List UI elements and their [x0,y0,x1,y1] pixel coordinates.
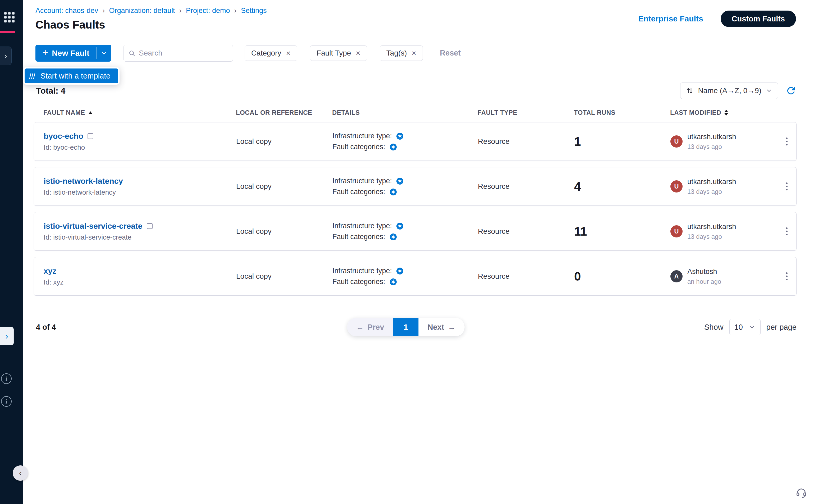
breadcrumb-organization[interactable]: Organization: default [109,7,175,15]
chip-category-label: Category [251,49,281,57]
new-fault-split-button: + New Fault [35,45,111,62]
header-actions: Enterprise Faults Custom Faults [638,11,796,27]
per-page-suffix: per page [766,323,797,332]
row-menu-button[interactable] [783,225,790,238]
fault-name-cell: istio-network-latency Id: istio-network-… [44,177,236,196]
custom-faults-button[interactable]: Custom Faults [721,11,796,27]
infrastructure-type-label: Infrastructure type: [332,132,392,140]
table-header-row: FAULT NAME LOCAL OR REFERENCE DETAILS FA… [34,109,797,116]
chevron-right-icon: › [4,51,7,61]
infrastructure-type-label: Infrastructure type: [332,177,392,185]
start-with-template-label: Start with a template [40,72,110,80]
fault-name-cell: xyz Id: xyz [44,267,236,286]
avatar: U [670,135,683,148]
chip-category[interactable]: Category × [245,45,297,61]
refresh-button[interactable] [785,85,797,96]
row-menu-button[interactable] [783,135,790,148]
column-header-fault-name[interactable]: FAULT NAME [43,109,236,116]
last-modified-cell: U utkarsh.utkarsh 13 days ago [670,178,777,195]
avatar: U [670,180,683,193]
next-page-button[interactable]: Next → [419,318,465,336]
enterprise-faults-link[interactable]: Enterprise Faults [638,14,703,23]
infrastructure-type-label: Infrastructure type: [332,267,392,275]
local-or-reference-value: Local copy [236,137,332,146]
sort-ascending-icon [88,111,93,114]
fault-category-icon [390,188,397,196]
fault-name-link[interactable]: byoc-echo [44,132,83,141]
chevron-down-icon [749,324,756,331]
new-fault-button[interactable]: + New Fault [35,45,96,62]
local-or-reference-value: Local copy [236,272,332,281]
faults-content: Total: 4 Name (A→Z, 0→9) FAULT NAME LOCA… [23,69,814,335]
search-input[interactable] [139,49,228,57]
row-menu-button[interactable] [783,270,790,283]
chip-fault-type[interactable]: Fault Type × [310,45,367,61]
breadcrumb-account[interactable]: Account: chaos-dev [35,7,98,15]
column-label: DETAILS [332,109,360,116]
infrastructure-type-label: Infrastructure type: [332,222,392,230]
sort-dropdown[interactable]: Name (A→Z, 0→9) [680,83,778,99]
total-count: Total: 4 [34,86,65,96]
new-fault-dropdown-button[interactable] [97,45,111,62]
template-icon [28,72,36,80]
fault-badge-icon [147,223,153,229]
column-header-total-runs: TOTAL RUNS [574,109,670,116]
next-label: Next [428,323,444,332]
pagination: 4 of 4 ← Prev 1 Next → Show 10 per page [34,319,797,335]
module-switcher-icon[interactable] [4,12,15,22]
close-icon[interactable]: × [286,49,291,57]
local-or-reference-value: Local copy [236,227,332,236]
column-label: LOCAL OR REFERENCE [236,109,312,116]
table-row: xyz Id: xyz Local copy Infrastructure ty… [34,257,797,296]
reset-filters-button[interactable]: Reset [440,49,461,57]
modified-time: an hour ago [687,278,721,285]
fault-type-value: Resource [478,182,574,191]
close-icon[interactable]: × [356,49,360,57]
fault-name-link[interactable]: istio-virtual-service-create [44,222,143,231]
close-icon[interactable]: × [412,49,417,57]
kubernetes-icon [396,222,404,230]
breadcrumb-project[interactable]: Project: demo [186,7,230,15]
column-label: FAULT TYPE [478,109,517,116]
last-modified-cell: U utkarsh.utkarsh 13 days ago [670,223,777,240]
main-area: Account: chaos-dev › Organization: defau… [23,0,814,335]
fault-id: Id: istio-network-latency [44,188,236,196]
sidebar-collapse-handle[interactable]: ‹ [13,465,28,481]
per-page-value: 10 [734,323,743,332]
total-runs-value: 1 [574,134,670,149]
last-modified-cell: U utkarsh.utkarsh 13 days ago [670,133,777,150]
sort-both-icon [724,110,728,116]
breadcrumb-settings[interactable]: Settings [241,7,267,15]
start-with-template-menu-item[interactable]: Start with a template [25,68,118,83]
per-page-controls: Show 10 per page [704,319,797,335]
filter-chips: Category × Fault Type × Tag(s) × [245,45,423,61]
sidebar-expand-bottom-button[interactable]: › [0,327,14,345]
prev-label: Prev [368,323,384,332]
page-info: 4 of 4 [34,323,56,332]
chip-tags-label: Tag(s) [386,49,407,57]
search-box [124,45,233,62]
kubernetes-icon [396,267,404,275]
column-label: TOTAL RUNS [574,109,615,116]
fault-category-icon [390,143,397,151]
fault-name-link[interactable]: xyz [44,267,56,276]
support-button[interactable] [795,487,807,499]
per-page-select[interactable]: 10 [729,319,761,335]
fault-name-cell: istio-virtual-service-create Id: istio-v… [44,222,236,241]
prev-page-button[interactable]: ← Prev [347,318,393,336]
avatar: U [670,225,683,237]
modified-by-user: utkarsh.utkarsh [687,178,736,186]
help-icon[interactable]: i [1,396,12,407]
fault-type-value: Resource [478,272,574,281]
column-header-last-modified[interactable]: LAST MODIFIED [670,109,778,116]
table-row: byoc-echo Id: byoc-echo Local copy Infra… [34,122,797,161]
chip-tags[interactable]: Tag(s) × [380,45,423,61]
row-menu-button[interactable] [783,180,790,193]
total-runs-value: 0 [574,269,670,283]
fault-name-link[interactable]: istio-network-latency [44,177,123,186]
fault-id: Id: xyz [44,278,236,286]
current-page-button[interactable]: 1 [393,318,419,336]
sidebar-expand-button[interactable]: › [0,47,12,65]
sort-arrows-icon [686,87,694,95]
info-icon[interactable]: i [1,373,12,384]
